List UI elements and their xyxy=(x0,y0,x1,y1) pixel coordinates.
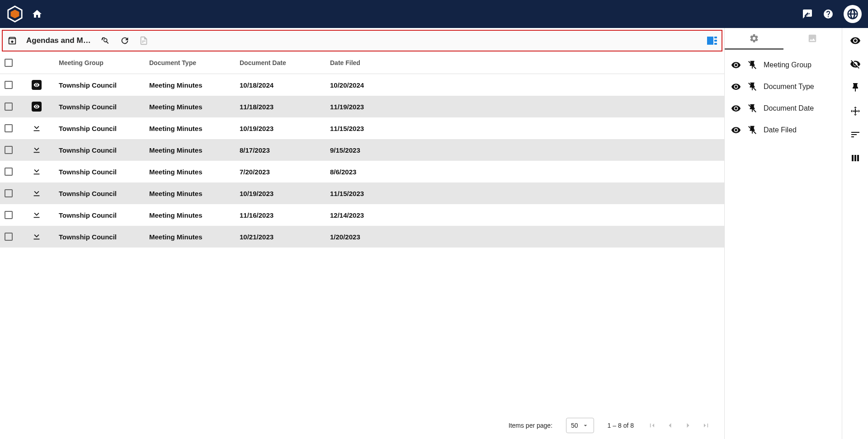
visibility-on-icon[interactable] xyxy=(731,82,741,92)
table-row[interactable]: Township CouncilMeeting Minutes10/19/202… xyxy=(0,117,724,139)
pin-icon[interactable] xyxy=(850,82,861,93)
row-checkbox[interactable] xyxy=(5,189,13,197)
next-page-icon[interactable] xyxy=(684,421,693,430)
unpin-icon[interactable] xyxy=(747,60,757,70)
cell-meeting-group: Township Council xyxy=(59,146,149,154)
cell-meeting-group: Township Council xyxy=(59,211,149,219)
items-per-page-label: Items per page: xyxy=(509,422,552,429)
unpin-icon[interactable] xyxy=(747,82,757,92)
field-row[interactable]: Date Filed xyxy=(725,119,842,141)
row-checkbox[interactable] xyxy=(5,124,13,132)
cell-document-type: Meeting Minutes xyxy=(149,103,240,111)
preview-icon[interactable] xyxy=(32,80,42,90)
field-row[interactable]: Meeting Group xyxy=(725,54,842,76)
fields-tab-secondary[interactable] xyxy=(783,28,842,50)
panel-toggle-icon[interactable] xyxy=(707,37,717,45)
row-checkbox[interactable] xyxy=(5,233,13,241)
cell-document-type: Meeting Minutes xyxy=(149,190,240,197)
content-toolbar: Agendas and Me… xyxy=(2,30,722,51)
row-checkbox[interactable] xyxy=(5,81,13,89)
unpin-icon[interactable] xyxy=(747,103,757,113)
select-all-checkbox[interactable] xyxy=(5,59,13,67)
last-page-icon[interactable] xyxy=(702,421,711,430)
fields-list: Meeting GroupDocument TypeDocument DateD… xyxy=(725,50,842,145)
export-icon xyxy=(139,36,149,46)
right-toolstrip xyxy=(842,28,868,439)
cell-document-date: 10/21/2023 xyxy=(240,233,330,241)
search-replace-icon[interactable] xyxy=(101,36,111,46)
app-logo[interactable] xyxy=(6,5,24,23)
row-checkbox[interactable] xyxy=(5,146,13,154)
gear-icon xyxy=(749,33,759,43)
paginator: Items per page: 50 1 – 8 of 8 xyxy=(0,412,724,439)
table-row[interactable]: Township CouncilMeeting Minutes7/20/2023… xyxy=(0,161,724,182)
cell-date-filed: 11/15/2023 xyxy=(330,190,420,197)
preview-icon[interactable] xyxy=(32,102,42,112)
refresh-icon[interactable] xyxy=(120,36,130,46)
download-icon[interactable] xyxy=(32,145,42,154)
cell-meeting-group: Township Council xyxy=(59,125,149,132)
visibility-on-icon[interactable] xyxy=(731,60,741,70)
field-label: Document Type xyxy=(764,83,814,91)
globe-button[interactable] xyxy=(844,5,862,23)
table-row[interactable]: Township CouncilMeeting Minutes10/21/202… xyxy=(0,226,724,248)
cell-document-type: Meeting Minutes xyxy=(149,146,240,154)
cell-document-date: 10/19/2023 xyxy=(240,190,330,197)
table-row[interactable]: Township CouncilMeeting Minutes11/18/202… xyxy=(0,96,724,117)
page-size-select[interactable]: 50 xyxy=(566,418,594,433)
col-document-type[interactable]: Document Type xyxy=(149,59,240,66)
download-icon[interactable] xyxy=(32,123,42,133)
cell-date-filed: 8/6/2023 xyxy=(330,168,420,176)
help-icon[interactable] xyxy=(823,9,834,19)
cell-document-type: Meeting Minutes xyxy=(149,81,240,89)
archive-icon[interactable] xyxy=(7,36,17,46)
cell-document-type: Meeting Minutes xyxy=(149,233,240,241)
paginator-range: 1 – 8 of 8 xyxy=(608,422,634,429)
table-row[interactable]: Township CouncilMeeting Minutes10/18/202… xyxy=(0,74,724,96)
fields-panel: Meeting GroupDocument TypeDocument DateD… xyxy=(724,28,842,439)
col-meeting-group[interactable]: Meeting Group xyxy=(59,59,149,66)
visibility-on-icon[interactable] xyxy=(731,125,741,135)
field-label: Document Date xyxy=(764,104,814,112)
table-row[interactable]: Township CouncilMeeting Minutes11/16/202… xyxy=(0,204,724,226)
row-checkbox[interactable] xyxy=(5,211,13,219)
table-row[interactable]: Township CouncilMeeting Minutes8/17/2023… xyxy=(0,139,724,161)
cell-meeting-group: Township Council xyxy=(59,168,149,176)
chevron-down-icon xyxy=(582,422,589,429)
field-label: Meeting Group xyxy=(764,61,811,69)
cell-document-date: 11/18/2023 xyxy=(240,103,330,111)
visibility-on-icon[interactable] xyxy=(731,103,741,113)
row-checkbox[interactable] xyxy=(5,168,13,176)
fields-tab-settings[interactable] xyxy=(725,28,783,50)
field-row[interactable]: Document Date xyxy=(725,98,842,119)
table-row[interactable]: Township CouncilMeeting Minutes10/19/202… xyxy=(0,182,724,204)
cell-document-type: Meeting Minutes xyxy=(149,168,240,176)
sort-icon[interactable] xyxy=(850,129,861,140)
cell-meeting-group: Township Council xyxy=(59,103,149,111)
row-checkbox[interactable] xyxy=(5,103,13,111)
visibility-on-icon[interactable] xyxy=(850,35,861,46)
prev-page-icon[interactable] xyxy=(665,421,675,430)
move-icon[interactable] xyxy=(850,106,861,117)
columns-icon[interactable] xyxy=(850,153,861,163)
cell-date-filed: 11/15/2023 xyxy=(330,125,420,132)
home-icon[interactable] xyxy=(32,9,42,19)
first-page-icon[interactable] xyxy=(647,421,656,430)
feedback-icon[interactable] xyxy=(802,9,813,19)
table-header: Meeting Group Document Type Document Dat… xyxy=(0,51,724,74)
download-icon[interactable] xyxy=(32,166,42,176)
col-document-date[interactable]: Document Date xyxy=(240,59,330,66)
field-row[interactable]: Document Type xyxy=(725,76,842,98)
download-icon[interactable] xyxy=(32,231,42,241)
unpin-icon[interactable] xyxy=(747,125,757,135)
col-date-filed[interactable]: Date Filed xyxy=(330,59,420,66)
app-bar xyxy=(0,0,868,28)
cell-meeting-group: Township Council xyxy=(59,190,149,197)
download-icon[interactable] xyxy=(32,210,42,220)
main-column: Agendas and Me… Meeting Group Document T… xyxy=(0,28,724,439)
page-size-value: 50 xyxy=(571,422,578,429)
visibility-off-icon[interactable] xyxy=(850,59,861,70)
cell-document-date: 7/20/2023 xyxy=(240,168,330,176)
svg-marker-1 xyxy=(11,10,19,19)
download-icon[interactable] xyxy=(32,188,42,198)
